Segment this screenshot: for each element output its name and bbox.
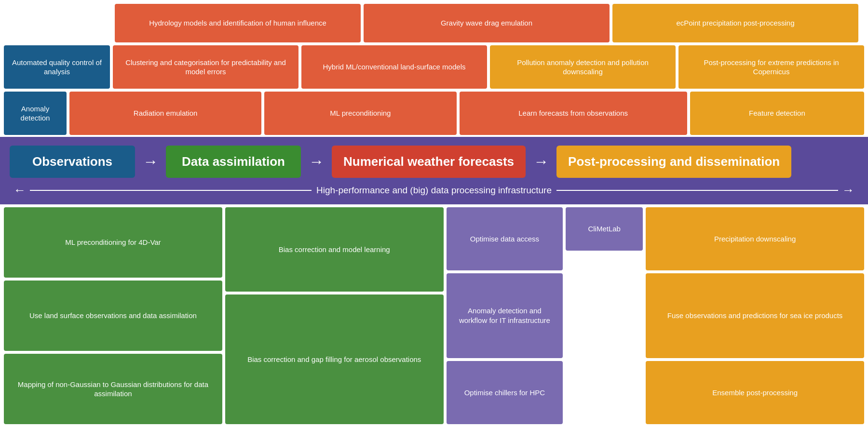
bottom-section: ML preconditioning for 4D-Var Use land s… <box>0 204 868 428</box>
arrow-left-icon: ← <box>10 183 30 198</box>
data-assim-box: Data assimilation <box>166 146 301 178</box>
chillers-cell: Optimise chillers for HPC <box>447 361 563 424</box>
feature-cell: Feature detection <box>690 92 864 135</box>
auto-qc-cell: Automated quality control of analysis <box>4 45 110 89</box>
bias-aerosol-cell: Bias correction and gap filling for aero… <box>225 294 444 424</box>
bottom-col-2: Bias correction and model learning Bias … <box>225 207 444 424</box>
bottom-col-1: ML preconditioning for 4D-Var Use land s… <box>4 207 222 424</box>
non-gaussian-cell: Mapping of non-Gaussian to Gaussian dist… <box>4 354 222 424</box>
postproc-box: Post-processing and dissemination <box>556 146 791 178</box>
ensemble-cell: Ensemble post-processing <box>646 361 864 424</box>
optimise-data-cell: Optimise data access <box>447 207 563 270</box>
radiation-cell: Radiation emulation <box>69 92 261 135</box>
arrow-nwf-post: → <box>526 153 556 171</box>
hybrid-ml-cell: Hybrid ML/conventional land-surface mode… <box>301 45 487 89</box>
observations-box: Observations <box>10 146 135 178</box>
top-section: Hydrology models and identification of h… <box>0 0 868 137</box>
bias-model-cell: Bias correction and model learning <box>225 207 444 292</box>
arrow-obs-da: → <box>135 153 166 171</box>
middle-banner: Observations → Data assimilation → Numer… <box>0 137 868 204</box>
nwf-box: Numerical weather forecasts <box>332 146 526 178</box>
arrow-right-icon: → <box>838 183 858 198</box>
climetlab-cell: CliMetLab <box>566 207 643 251</box>
top-row-3: Anomaly detection Radiation emulation ML… <box>4 92 864 135</box>
left-line <box>30 190 312 191</box>
bottom-col-3a: Optimise data access Anomaly detection a… <box>447 207 563 424</box>
clustering-cell: Clustering and categorisation for predic… <box>113 45 298 89</box>
pollution-cell: Pollution anomaly detection and pollutio… <box>490 45 676 89</box>
postproc-extreme-cell: Post-processing for extreme predictions … <box>678 45 864 89</box>
bottom-col-4: Precipitation downscaling Fuse observati… <box>646 207 864 424</box>
land-surface-cell: Use land surface observations and data a… <box>4 281 222 351</box>
ml-precond-4dvar-cell: ML preconditioning for 4D-Var <box>4 207 222 278</box>
fuse-sea-ice-cell: Fuse observations and predictions for se… <box>646 273 864 358</box>
ecpoint-cell: ecPoint precipitation post-processing <box>612 4 858 42</box>
hydrology-cell: Hydrology models and identification of h… <box>115 4 361 42</box>
precip-down-cell: Precipitation downscaling <box>646 207 864 270</box>
bottom-col-3b: CliMetLab <box>566 207 643 424</box>
ml-precond-cell: ML preconditioning <box>264 92 456 135</box>
gravity-cell: Gravity wave drag emulation <box>364 4 610 42</box>
arrow-da-nwf: → <box>301 153 332 171</box>
infra-row: ← High-performance and (big) data proces… <box>10 183 858 198</box>
pipeline-row: Observations → Data assimilation → Numer… <box>10 146 858 178</box>
learn-fcst-cell: Learn forecasts from observations <box>460 92 687 135</box>
infra-label: High-performance and (big) data processi… <box>312 185 556 196</box>
anomaly-detect-cell: Anomaly detection <box>4 92 67 135</box>
top-row-2: Automated quality control of analysis Cl… <box>4 45 864 89</box>
top-row-1: Hydrology models and identification of h… <box>115 4 864 42</box>
anomaly-it-cell: Anomaly detection and workflow for IT in… <box>447 273 563 358</box>
right-line <box>556 190 838 191</box>
main-container: Hydrology models and identification of h… <box>0 0 868 428</box>
bottom-col-3: Optimise data access Anomaly detection a… <box>447 207 643 424</box>
